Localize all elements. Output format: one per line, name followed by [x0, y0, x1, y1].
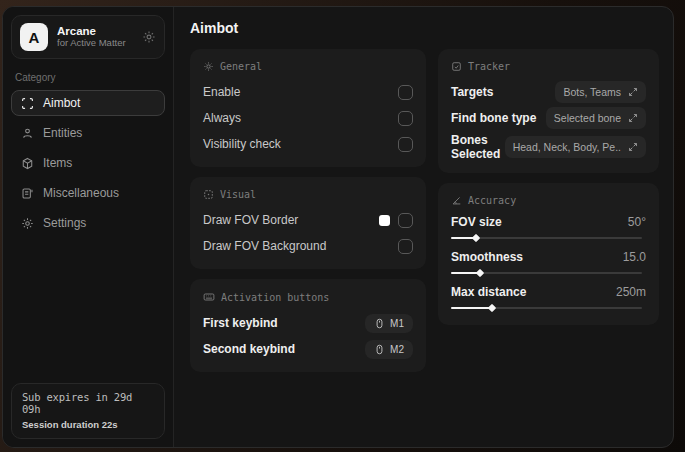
bones-selected-dropdown[interactable]: Head, Neck, Body, Pe.. — [505, 136, 646, 158]
max-distance-slider[interactable] — [451, 303, 646, 313]
second-keybind-button[interactable]: M2 — [365, 340, 413, 359]
fov-size-value: 50° — [628, 215, 646, 229]
bones-selected-value: Head, Neck, Body, Pe.. — [513, 141, 621, 153]
sidebar-item-label: Entities — [43, 126, 82, 140]
sidebar-item-miscellaneous[interactable]: Miscellaneous — [11, 180, 165, 206]
sidebar-item-label: Miscellaneous — [43, 186, 119, 200]
smoothness-label: Smoothness — [451, 250, 523, 264]
draw-fov-background-label: Draw FOV Background — [203, 239, 326, 253]
visibility-check-checkbox[interactable] — [398, 137, 413, 152]
slider-thumb[interactable] — [476, 269, 484, 277]
left-column: General Enable Always Visibility check — [190, 49, 426, 382]
max-distance-row: Max distance 250m — [451, 285, 646, 313]
mouse-icon — [374, 344, 385, 355]
sidebar-item-aimbot[interactable]: Aimbot — [11, 90, 165, 116]
sidebar-item-label: Settings — [43, 216, 86, 230]
page-title: Aimbot — [190, 20, 659, 36]
keyboard-icon — [203, 291, 215, 303]
tracker-card: Tracker Targets Bots, Teams — [438, 49, 659, 173]
keybind-value: M2 — [390, 344, 404, 355]
max-distance-label: Max distance — [451, 285, 526, 299]
targets-dropdown[interactable]: Bots, Teams — [555, 81, 646, 103]
fov-size-slider[interactable] — [451, 233, 646, 243]
enable-checkbox[interactable] — [398, 85, 413, 100]
fov-size-row: FOV size 50° — [451, 215, 646, 243]
first-keybind-row: First keybind M1 — [203, 312, 413, 334]
mouse-icon — [374, 318, 385, 329]
draw-fov-background-checkbox[interactable] — [398, 239, 413, 254]
session-info: Sub expires in 29d 09h Session duration … — [11, 383, 165, 439]
activation-buttons-header: Activation buttons — [221, 292, 329, 303]
sidebar: A Arcane for Active Matter Category — [3, 7, 174, 447]
sub-expiry-text: Sub expires in 29d 09h — [22, 391, 154, 415]
sidebar-item-items[interactable]: Items — [11, 150, 165, 176]
tracker-icon — [451, 61, 462, 72]
gear-icon — [21, 217, 34, 230]
main-content: Aimbot General — [174, 7, 673, 447]
sidebar-item-entities[interactable]: Entities — [11, 120, 165, 146]
find-bone-type-row: Find bone type Selected bone — [451, 107, 646, 129]
fov-border-color-swatch[interactable] — [379, 215, 390, 226]
sidebar-item-settings[interactable]: Settings — [11, 210, 165, 236]
cube-icon — [21, 157, 34, 170]
draw-fov-border-row: Draw FOV Border — [203, 209, 413, 231]
game-background: A Arcane for Active Matter Category — [0, 0, 685, 452]
sidebar-nav: Aimbot Entities — [11, 90, 165, 236]
second-keybind-row: Second keybind M2 — [203, 338, 413, 360]
first-keybind-label: First keybind — [203, 316, 278, 330]
expand-icon — [628, 113, 638, 123]
sidebar-item-label: Aimbot — [43, 96, 80, 110]
expand-icon — [628, 142, 638, 152]
targets-row: Targets Bots, Teams — [451, 81, 646, 103]
crosshair-scan-icon — [21, 97, 34, 110]
accuracy-header: Accuracy — [468, 195, 516, 206]
draw-fov-border-checkbox[interactable] — [398, 213, 413, 228]
slider-thumb[interactable] — [488, 304, 496, 312]
category-label: Category — [15, 72, 161, 83]
brand-subtitle: for Active Matter — [57, 38, 133, 49]
entities-icon — [21, 127, 34, 140]
brand-text: Arcane for Active Matter — [57, 25, 133, 49]
fov-size-label: FOV size — [451, 215, 502, 229]
visual-icon — [203, 189, 214, 200]
keybind-value: M1 — [390, 318, 404, 329]
targets-label: Targets — [451, 85, 493, 99]
draw-fov-border-label: Draw FOV Border — [203, 213, 298, 227]
sidebar-spacer — [11, 236, 165, 383]
general-header: General — [220, 61, 262, 72]
brand-logo: A — [20, 23, 48, 51]
activation-buttons-card: Activation buttons First keybind — [190, 279, 426, 372]
sidebar-item-label: Items — [43, 156, 72, 170]
max-distance-value: 250m — [616, 285, 646, 299]
first-keybind-button[interactable]: M1 — [365, 314, 413, 333]
session-duration-text: Session duration 22s — [22, 419, 154, 430]
expand-icon — [628, 87, 638, 97]
find-bone-type-value: Selected bone — [554, 112, 621, 124]
visual-header: Visual — [220, 189, 256, 200]
brand-card: A Arcane for Active Matter — [11, 15, 165, 59]
find-bone-type-label: Find bone type — [451, 111, 536, 125]
right-column: Tracker Targets Bots, Teams — [438, 49, 659, 335]
smoothness-slider[interactable] — [451, 268, 646, 278]
visual-card: Visual Draw FOV Border Draw FOV Backgrou… — [190, 177, 426, 269]
enable-row: Enable — [203, 81, 413, 103]
list-icon — [21, 187, 34, 200]
gear-icon[interactable] — [142, 30, 156, 44]
cheat-menu-window: A Arcane for Active Matter Category — [2, 6, 674, 448]
find-bone-type-dropdown[interactable]: Selected bone — [546, 107, 646, 129]
always-label: Always — [203, 111, 241, 125]
smoothness-value: 15.0 — [623, 250, 646, 264]
accuracy-card: Accuracy FOV size 50° — [438, 183, 659, 325]
always-row: Always — [203, 107, 413, 129]
general-card: General Enable Always Visibility check — [190, 49, 426, 167]
angle-icon — [451, 195, 462, 206]
general-gear-icon — [203, 61, 214, 72]
bones-selected-label: Bones Selected — [451, 133, 505, 161]
enable-label: Enable — [203, 85, 240, 99]
bones-selected-row: Bones Selected Head, Neck, Body, Pe.. — [451, 133, 646, 161]
targets-value: Bots, Teams — [563, 86, 621, 98]
slider-thumb[interactable] — [472, 234, 480, 242]
visibility-check-label: Visibility check — [203, 137, 281, 151]
draw-fov-background-row: Draw FOV Background — [203, 235, 413, 257]
always-checkbox[interactable] — [398, 111, 413, 126]
